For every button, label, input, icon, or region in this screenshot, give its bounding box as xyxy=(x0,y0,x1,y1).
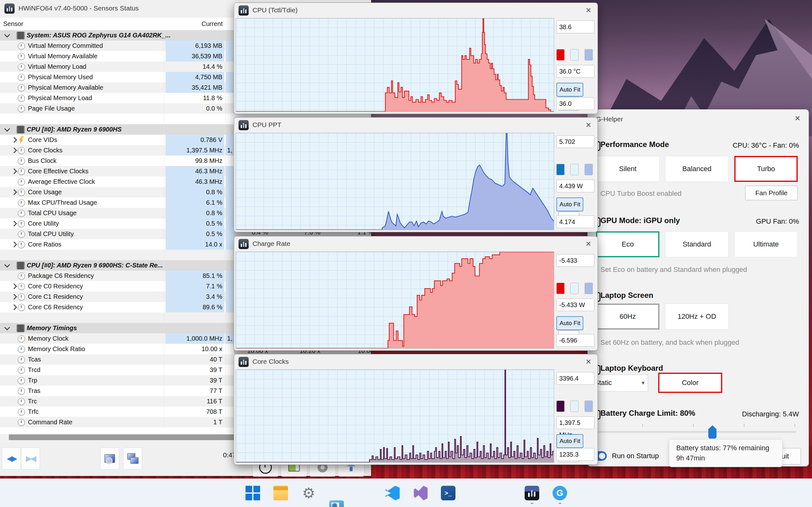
gauge-icon xyxy=(18,241,25,248)
close-icon[interactable]: × xyxy=(586,238,591,249)
sensor-label: Virtual Memory Committed xyxy=(28,42,103,49)
gauge-icon xyxy=(18,273,25,280)
settings-icon[interactable]: ⚙ xyxy=(301,486,316,500)
sensor-label: Core C1 Residency xyxy=(28,293,83,300)
grid-color-swatch[interactable] xyxy=(585,164,593,175)
chevron-down-icon[interactable] xyxy=(4,126,10,131)
gauge-icon xyxy=(18,199,25,207)
grid-color-swatch[interactable] xyxy=(585,49,593,60)
sensor-value: 85.1 % xyxy=(165,271,224,281)
sensor-value: 36,539 MB xyxy=(165,51,224,61)
chevron-down-icon[interactable] xyxy=(4,325,10,330)
background-color-swatch[interactable] xyxy=(570,164,578,175)
graph-titlebar[interactable]: CPU PPT × xyxy=(234,118,598,133)
keyboard-color-button[interactable]: Color xyxy=(658,373,722,393)
gauge-icon xyxy=(18,74,25,81)
slider-thumb[interactable] xyxy=(708,425,716,439)
chevron-right-icon[interactable] xyxy=(11,221,17,226)
series-color-swatch[interactable] xyxy=(556,49,565,60)
chip-icon xyxy=(16,325,25,332)
auto-fit-button[interactable]: Auto Fit xyxy=(556,198,583,211)
graph-max-value: -5.433 xyxy=(556,254,595,267)
chevron-right-icon[interactable] xyxy=(11,304,17,310)
series-color-swatch[interactable] xyxy=(556,164,565,175)
chevron-right-icon[interactable] xyxy=(11,137,17,143)
gpu-eco-button[interactable]: Eco xyxy=(596,231,659,257)
grid-color-swatch[interactable] xyxy=(585,400,593,412)
grid-color-swatch[interactable] xyxy=(585,283,593,294)
sensor-value: 6,193 MB xyxy=(165,41,224,51)
sensor-label: Trcd xyxy=(28,366,40,374)
ghelper-taskbar-icon[interactable]: G xyxy=(553,486,567,500)
close-icon[interactable]: × xyxy=(586,5,591,15)
sensor-label: Average Effective Clock xyxy=(28,178,95,185)
sensor-label: Trp xyxy=(28,377,37,384)
background-color-swatch[interactable] xyxy=(570,283,578,294)
battery-limit-slider[interactable] xyxy=(591,431,797,433)
task-monitor-icon[interactable] xyxy=(329,500,344,507)
chevron-down-icon[interactable] xyxy=(4,32,10,38)
visual-studio-icon[interactable] xyxy=(413,486,427,500)
mode-turbo-button[interactable]: Turbo xyxy=(734,156,798,182)
graph-current-value: 36.0 °C xyxy=(556,65,595,78)
column-sensor[interactable]: Sensor xyxy=(3,20,23,27)
gpu-standard-button[interactable]: Standard xyxy=(665,231,728,257)
gauge-icon xyxy=(18,43,25,50)
hwinfo-app-icon xyxy=(239,120,249,130)
mode-silent-button[interactable]: Silent xyxy=(596,156,659,182)
gpu-ultimate-button[interactable]: Ultimate xyxy=(734,231,798,257)
chevron-right-icon[interactable] xyxy=(11,189,17,195)
chevron-right-icon[interactable] xyxy=(11,294,17,299)
graph-window-cpu-temp: CPU (Tctl/Tdie) × 38.6 36.0 °C Auto Fit xyxy=(234,3,598,114)
graph-max-value: 38.6 xyxy=(556,20,595,33)
gauge-icon xyxy=(18,63,25,71)
series-color-swatch[interactable] xyxy=(556,283,565,294)
graph-titlebar[interactable]: Charge Rate × xyxy=(234,236,598,251)
sensor-label: Core VIDs xyxy=(28,136,57,144)
vscode-icon[interactable] xyxy=(385,486,400,500)
gauge-icon xyxy=(18,356,25,363)
collapse-columns-button[interactable]: ▶◀ xyxy=(21,447,40,469)
background-color-swatch[interactable] xyxy=(570,400,578,412)
chevron-right-icon[interactable] xyxy=(11,147,17,153)
cpu-fan-status: CPU: 36°C - Fan: 0% xyxy=(733,141,799,150)
close-icon[interactable]: × xyxy=(586,119,591,130)
hwinfo-taskbar-icon[interactable] xyxy=(525,486,539,500)
system-summary-button[interactable] xyxy=(100,447,119,469)
auto-fit-button[interactable]: Auto Fit xyxy=(556,434,583,448)
graph-plot xyxy=(236,18,554,112)
fan-profile-button[interactable]: Fan Profile xyxy=(745,186,798,200)
monitor-search-icon xyxy=(104,454,115,463)
auto-fit-button[interactable]: Auto Fit xyxy=(556,83,583,97)
powershell-icon[interactable]: >_ xyxy=(441,486,455,500)
chevron-down-icon[interactable] xyxy=(4,262,10,268)
turbo-note: CPU Turbo Boost enabled xyxy=(600,189,681,198)
start-button[interactable] xyxy=(246,486,260,500)
remote-monitoring-button[interactable] xyxy=(123,447,142,469)
sensor-value: 77 T xyxy=(165,386,224,396)
graph-titlebar[interactable]: Core Clocks × xyxy=(234,354,598,370)
screen-60hz-button[interactable]: 60Hz xyxy=(596,303,659,330)
sensor-value: 7.1 % xyxy=(165,281,224,291)
auto-fit-button[interactable]: Auto Fit xyxy=(556,316,583,330)
chevron-right-icon[interactable] xyxy=(11,241,17,247)
sensor-label: Memory Clock Ratio xyxy=(28,345,85,353)
sensor-value: 11.8 % xyxy=(165,93,224,103)
expand-columns-button[interactable]: ◀▶ xyxy=(2,447,21,469)
sensor-group-label: System: ASUS ROG Zephyrus G14 GA402RK_..… xyxy=(27,32,171,39)
sensor-label: Trfc xyxy=(28,408,39,415)
screen-120hz-button[interactable]: 120Hz + OD xyxy=(665,303,728,330)
column-current[interactable]: Current xyxy=(165,20,223,27)
background-color-swatch[interactable] xyxy=(570,49,578,60)
chevron-right-icon[interactable] xyxy=(11,168,17,174)
chevron-right-icon[interactable] xyxy=(11,283,17,289)
graph-titlebar[interactable]: CPU (Tctl/Tdie) × xyxy=(234,3,598,18)
file-explorer-icon[interactable] xyxy=(273,486,288,500)
mode-balanced-button[interactable]: Balanced xyxy=(665,156,728,182)
series-color-swatch[interactable] xyxy=(556,400,565,412)
gauge-icon xyxy=(18,408,25,416)
graph-color-swatches xyxy=(556,283,597,294)
close-icon[interactable]: × xyxy=(795,113,800,124)
column-divider xyxy=(164,30,164,428)
close-icon[interactable]: × xyxy=(586,356,591,367)
